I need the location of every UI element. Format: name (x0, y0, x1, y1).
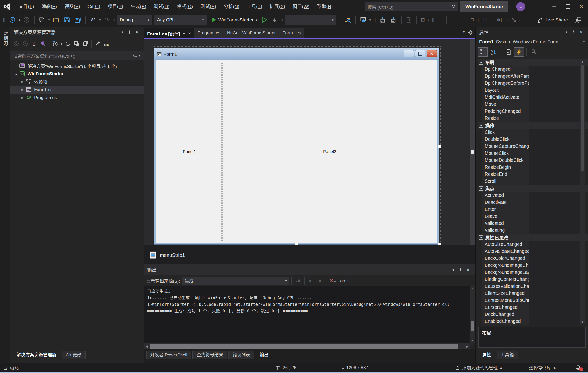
align-grid-icon[interactable]: ⊞ (419, 17, 427, 23)
event-value[interactable] (529, 304, 579, 311)
event-name[interactable]: CursorChanged (482, 304, 529, 311)
search-options-dropdown[interactable]: ▾ (138, 54, 141, 57)
quick-search-box[interactable]: 搜索 (Ctrl+Q) (365, 2, 459, 11)
event-row[interactable]: EnabledChanged (482, 318, 588, 325)
event-row[interactable]: ResizeBegin (482, 164, 588, 171)
close-icon[interactable]: × (188, 31, 191, 36)
pin-icon[interactable] (570, 30, 578, 34)
event-name[interactable]: PaddingChanged (482, 108, 529, 115)
navigate-forward-button[interactable] (21, 15, 32, 25)
event-category[interactable]: −布局 (478, 59, 588, 66)
event-name[interactable]: DpiChangedAfterParent (482, 73, 529, 80)
live-share-button[interactable]: Live Share (538, 17, 568, 23)
document-tab[interactable]: Program.cs × (194, 28, 224, 38)
align-bottoms-icon[interactable]: ⊔ (481, 17, 489, 23)
document-tab[interactable]: Form1.cs × (279, 28, 304, 38)
event-row[interactable]: DoubleClick (482, 136, 588, 143)
key-icon[interactable] (529, 47, 539, 57)
event-value[interactable] (529, 157, 579, 164)
event-value[interactable] (529, 269, 579, 276)
solution-search-input[interactable]: 搜索解决方案资源管理器(Ctrl+;) ▾ (10, 51, 144, 60)
data-sources-side-tab[interactable]: 数据源 (2, 31, 9, 46)
event-name[interactable]: DockChanged (482, 311, 529, 318)
event-value[interactable] (529, 80, 579, 87)
close-icon[interactable]: × (134, 29, 141, 35)
event-row[interactable]: BindingContextChanged (482, 276, 588, 283)
winforms-designer-surface[interactable]: Form1 ─ ✕ Panel1 Panel2 (144, 39, 475, 245)
event-row[interactable]: ContextMenuStripChanged (482, 297, 588, 304)
form-close-button[interactable]: ✕ (427, 50, 437, 57)
search-icon[interactable] (452, 4, 456, 9)
event-value[interactable] (529, 143, 579, 150)
event-value[interactable] (529, 199, 579, 206)
event-name[interactable]: Click (482, 129, 529, 136)
form-client-area[interactable]: Panel1 Panel2 (156, 60, 438, 243)
menu-item[interactable]: 窗口(W) (289, 0, 313, 13)
panel-tab[interactable]: Git 更改 (62, 351, 86, 360)
tree-item[interactable]: ▷Form1.cs (10, 86, 144, 94)
preview-selected-icon[interactable] (102, 39, 111, 48)
align-to-grid-icon[interactable]: ⊤ (436, 17, 444, 23)
properties-header[interactable]: 属性 ▾ × (476, 27, 588, 37)
home-icon[interactable]: ⌂ (30, 39, 38, 48)
event-row[interactable]: DpiChanged (482, 66, 588, 73)
menu-item[interactable]: 分析(N) (220, 0, 243, 13)
tool-window-tab[interactable]: 输出 (255, 351, 272, 360)
chevron-down-icon[interactable]: ▾ (119, 30, 126, 34)
events-button[interactable] (514, 47, 524, 57)
pending-changes-filter-icon[interactable] (51, 39, 59, 48)
event-name[interactable]: CausesValidationChanged (482, 283, 529, 290)
tree-item[interactable]: 解决方案"WinFormsStarter"(1 个项目/共 1 个) (10, 62, 144, 70)
event-row[interactable]: MouseDoubleClick (482, 157, 588, 164)
event-value[interactable] (529, 213, 579, 220)
event-value[interactable] (529, 164, 579, 171)
collapse-icon[interactable]: − (479, 60, 483, 65)
event-row[interactable]: Validating (482, 227, 588, 234)
event-name[interactable]: DpiChangedBeforeParent (482, 80, 529, 87)
event-row[interactable]: ResizeEnd (482, 171, 588, 178)
event-category[interactable]: −操作 (478, 122, 588, 129)
event-value[interactable] (529, 178, 579, 185)
event-row[interactable]: Resize (482, 115, 588, 122)
align-tops-icon[interactable]: ⊓ (468, 17, 476, 23)
undo-dropdown[interactable]: ▾ (98, 18, 102, 22)
hot-reload-dropdown[interactable]: ▾ (281, 18, 284, 22)
solution-explorer-home-dropdown[interactable]: ▾ (368, 18, 372, 22)
maximize-button[interactable] (561, 0, 575, 13)
refresh-icon[interactable] (64, 39, 72, 48)
redo-dropdown[interactable]: ▾ (113, 18, 116, 22)
event-row[interactable]: Layout (482, 87, 588, 94)
event-value[interactable] (529, 192, 579, 199)
forward-icon[interactable] (21, 39, 29, 48)
scrollbar-thumb[interactable] (150, 344, 458, 349)
event-name[interactable]: MdiChildActivate (482, 94, 529, 101)
event-row[interactable]: Leave (482, 213, 588, 220)
event-name[interactable]: Resize (482, 115, 529, 122)
panel-tab[interactable]: 解决方案资源管理器 (13, 351, 60, 360)
panel2[interactable]: Panel2 (222, 63, 437, 241)
event-value[interactable] (529, 206, 579, 213)
tool-window-tab[interactable]: 查找符号结果 (192, 351, 227, 360)
menu-item[interactable]: 生成(B) (127, 0, 150, 13)
event-value[interactable] (529, 248, 579, 255)
navigate-back-dropdown[interactable]: ▾ (18, 18, 21, 22)
event-row[interactable]: Activated (482, 192, 588, 199)
output-log[interactable]: 已启动生成…1>------ 已启动生成: 项目: WinFormsStarte… (144, 286, 470, 343)
scroll-left-arrow[interactable]: ◀ (145, 344, 148, 348)
output-source-combo[interactable]: 生成 ▾ (182, 277, 289, 285)
event-row[interactable]: Deactivate (482, 199, 588, 206)
solution-explorer-home-button[interactable] (358, 15, 368, 25)
redo-button[interactable]: ↷ (102, 15, 113, 25)
event-value[interactable] (529, 318, 579, 325)
pin-icon[interactable] (182, 32, 186, 35)
event-value[interactable] (529, 283, 579, 290)
menu-item[interactable]: 工具(T) (243, 0, 266, 13)
tree-expander-icon[interactable]: ◢ (13, 72, 19, 76)
message-details-icon[interactable]: ⤓≡ (294, 278, 303, 283)
close-icon[interactable]: × (465, 267, 472, 273)
save-all-button[interactable] (72, 15, 83, 25)
event-name[interactable]: ResizeEnd (482, 171, 529, 178)
align-lefts-icon[interactable]: ≡ (449, 17, 455, 23)
pin-icon[interactable] (456, 268, 465, 272)
event-row[interactable]: MdiChildActivate (482, 94, 588, 101)
